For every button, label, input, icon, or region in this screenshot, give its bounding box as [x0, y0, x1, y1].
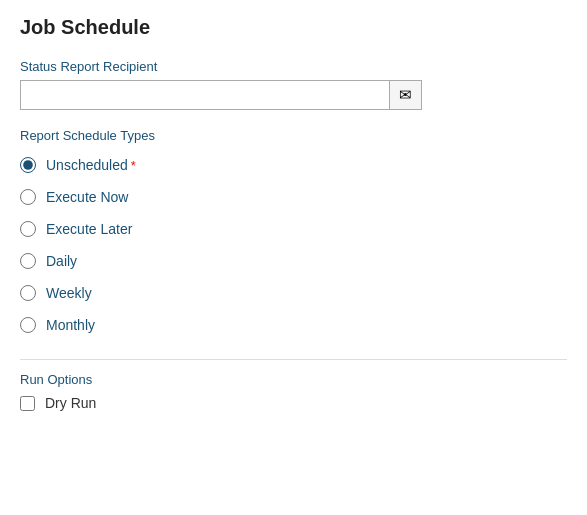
email-icon-button[interactable]: ✉: [390, 80, 422, 110]
radio-label-unscheduled: Unscheduled: [46, 157, 128, 173]
schedule-types-section: Report Schedule Types Unscheduled * Exec…: [20, 128, 567, 341]
email-icon: ✉: [399, 86, 412, 104]
radio-daily[interactable]: [20, 253, 36, 269]
status-report-input-row: ✉: [20, 80, 567, 110]
schedule-types-radio-group: Unscheduled * Execute Now Execute Later …: [20, 149, 567, 341]
status-report-input[interactable]: [20, 80, 390, 110]
status-report-section: Status Report Recipient ✉: [20, 59, 567, 110]
radio-item-execute-later[interactable]: Execute Later: [20, 213, 567, 245]
radio-monthly[interactable]: [20, 317, 36, 333]
radio-execute-now[interactable]: [20, 189, 36, 205]
required-indicator: *: [131, 158, 136, 173]
radio-item-execute-now[interactable]: Execute Now: [20, 181, 567, 213]
run-options-label: Run Options: [20, 372, 567, 387]
radio-label-weekly: Weekly: [46, 285, 92, 301]
radio-item-daily[interactable]: Daily: [20, 245, 567, 277]
radio-weekly[interactable]: [20, 285, 36, 301]
radio-item-unscheduled[interactable]: Unscheduled *: [20, 149, 567, 181]
radio-label-daily: Daily: [46, 253, 77, 269]
radio-execute-later[interactable]: [20, 221, 36, 237]
page-title: Job Schedule: [20, 16, 567, 39]
radio-item-monthly[interactable]: Monthly: [20, 309, 567, 341]
dry-run-item[interactable]: Dry Run: [20, 395, 567, 411]
radio-label-monthly: Monthly: [46, 317, 95, 333]
radio-label-execute-later: Execute Later: [46, 221, 132, 237]
dry-run-checkbox[interactable]: [20, 396, 35, 411]
section-divider: [20, 359, 567, 360]
radio-label-execute-now: Execute Now: [46, 189, 128, 205]
radio-unscheduled[interactable]: [20, 157, 36, 173]
status-report-label: Status Report Recipient: [20, 59, 567, 74]
run-options-section: Run Options Dry Run: [20, 372, 567, 411]
schedule-types-label: Report Schedule Types: [20, 128, 567, 143]
radio-item-weekly[interactable]: Weekly: [20, 277, 567, 309]
dry-run-label: Dry Run: [45, 395, 96, 411]
